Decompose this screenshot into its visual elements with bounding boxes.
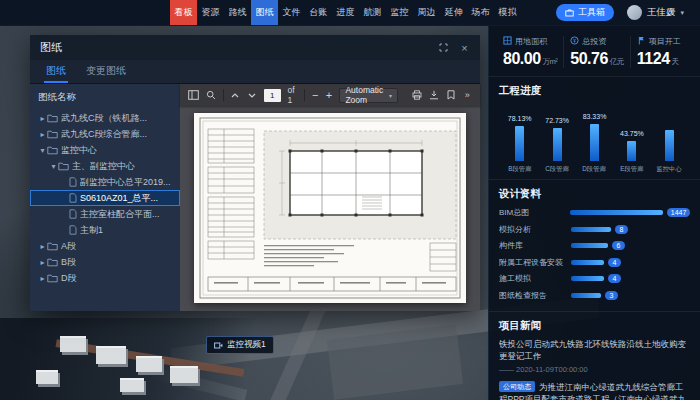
tree-item-8[interactable]: 主制1 bbox=[30, 222, 180, 238]
pdf-toolbar: of 1 − + Automatic Zoom ▾ » bbox=[180, 84, 480, 106]
toolbar-divider bbox=[223, 89, 224, 101]
building-model bbox=[170, 366, 198, 383]
bookmark-icon[interactable] bbox=[446, 88, 455, 102]
progress-bar-col-5: 监控中心 bbox=[651, 119, 688, 174]
design-doc-bar bbox=[571, 260, 604, 265]
nav-item-9[interactable]: 监控 bbox=[386, 0, 413, 25]
stat-label-text: 总投资 bbox=[582, 36, 606, 47]
design-docs-section: 设计资料 BIM总图1447模拟分析8构件库6附属工程设备安装4施工模拟4图纸检… bbox=[489, 179, 700, 311]
design-doc-count-badge: 4 bbox=[608, 274, 621, 283]
collapse-arrow-icon[interactable]: ▾ bbox=[38, 146, 47, 155]
tab-changed-drawings[interactable]: 变更图纸 bbox=[86, 64, 126, 83]
nav-menu: 看板资源路线图纸文件台账进度航测监控周边延伸场布模拟 bbox=[170, 0, 521, 25]
tree-item-7[interactable]: 主控室柱配合平面... bbox=[30, 206, 180, 222]
pdf-viewer-area: of 1 − + Automatic Zoom ▾ » bbox=[180, 84, 480, 311]
tree-item-9[interactable]: ▸A段 bbox=[30, 238, 180, 254]
nav-item-1[interactable]: 看板 bbox=[170, 0, 197, 25]
nav-item-3[interactable]: 路线 bbox=[224, 0, 251, 25]
progress-value-label: 83.33% bbox=[583, 113, 607, 122]
news-section: 项目新闻 铁投公司启动武九铁路北环线铁路沿线土地收购变更登记工作—— 2020-… bbox=[489, 311, 700, 400]
progress-bar-col-1: 78.13%B段管廊 bbox=[501, 115, 538, 174]
nav-item-10[interactable]: 周边 bbox=[413, 0, 440, 25]
camera-marker-label: 监控视频1 bbox=[227, 339, 266, 351]
tree-item-2[interactable]: ▸武九线C段综合管廊... bbox=[30, 126, 180, 142]
nav-item-4[interactable]: 图纸 bbox=[251, 0, 278, 25]
fullscreen-icon[interactable] bbox=[438, 42, 449, 53]
search-icon[interactable] bbox=[206, 88, 216, 102]
drawings-modal-title: 图纸 bbox=[40, 40, 62, 55]
print-icon[interactable] bbox=[412, 88, 422, 102]
drawings-tabs: 图纸 变更图纸 bbox=[30, 60, 480, 84]
user-menu[interactable]: 王佳媛 ▾ bbox=[627, 5, 684, 20]
tree-item-label: S0610AZ01_总平... bbox=[80, 192, 158, 205]
tree-item-4[interactable]: ▾主、副监控中心 bbox=[30, 158, 180, 174]
design-doc-row-4[interactable]: 附属工程设备安装4 bbox=[499, 257, 690, 268]
stat-value: 1124天 bbox=[637, 50, 686, 68]
news-item-2[interactable]: 公司动态为推进江南中心绿道武九线综合管廊工程PPP项目配套市政道路工程（江南中心… bbox=[499, 381, 690, 400]
building-model bbox=[96, 346, 126, 364]
close-icon[interactable]: × bbox=[459, 42, 470, 53]
progress-bar bbox=[665, 130, 674, 161]
design-doc-row-6[interactable]: 图纸检查报告3 bbox=[499, 290, 690, 301]
user-name: 王佳媛 bbox=[647, 6, 676, 19]
expand-arrow-icon[interactable]: ▸ bbox=[38, 258, 47, 267]
design-doc-row-5[interactable]: 施工模拟4 bbox=[499, 273, 690, 284]
tree-item-1[interactable]: ▸武九线C段（铁机路... bbox=[30, 110, 180, 126]
nav-item-7[interactable]: 进度 bbox=[332, 0, 359, 25]
zoom-in-icon[interactable]: + bbox=[326, 89, 333, 101]
tree-item-6[interactable]: S0610AZ01_总平... bbox=[30, 190, 180, 206]
zoom-level-select[interactable]: Automatic Zoom ▾ bbox=[339, 88, 398, 103]
design-doc-label: 构件库 bbox=[499, 240, 571, 251]
drawings-modal-header: 图纸 × bbox=[30, 35, 480, 60]
expand-arrow-icon[interactable]: ▸ bbox=[38, 114, 47, 123]
design-doc-row-2[interactable]: 模拟分析8 bbox=[499, 224, 690, 235]
tree-item-3[interactable]: ▾监控中心 bbox=[30, 142, 180, 158]
sidebar-toggle-icon[interactable] bbox=[188, 88, 199, 102]
tree-item-5[interactable]: 副监控中心总平2019... bbox=[30, 174, 180, 190]
stat-unit: 亿元 bbox=[610, 57, 624, 66]
design-doc-row-1[interactable]: BIM总图1447 bbox=[499, 207, 690, 218]
expand-arrow-icon[interactable]: ▸ bbox=[38, 130, 47, 139]
tree-item-10[interactable]: ▸B段 bbox=[30, 254, 180, 270]
news-date: —— 2020-11-09T00:00:00 bbox=[499, 365, 690, 374]
design-doc-bar bbox=[571, 243, 608, 248]
nav-item-6[interactable]: 台账 bbox=[305, 0, 332, 25]
nav-item-13[interactable]: 模拟 bbox=[494, 0, 521, 25]
news-item-1[interactable]: 铁投公司启动武九铁路北环线铁路沿线土地收购变更登记工作—— 2020-11-09… bbox=[499, 339, 690, 374]
page-down-icon[interactable] bbox=[247, 88, 256, 102]
design-doc-row-3[interactable]: 构件库6 bbox=[499, 240, 690, 251]
progress-category-label: D段管廊 bbox=[583, 165, 606, 174]
nav-item-11[interactable]: 延伸 bbox=[440, 0, 467, 25]
collapse-arrow-icon[interactable]: ▾ bbox=[49, 162, 58, 171]
more-tools-icon[interactable]: » bbox=[463, 88, 472, 102]
stat-value: 80.00万m² bbox=[503, 50, 557, 68]
pdf-viewer[interactable] bbox=[180, 106, 480, 311]
nav-item-2[interactable]: 资源 bbox=[197, 0, 224, 25]
zoom-out-icon[interactable]: − bbox=[312, 89, 319, 101]
nav-item-8[interactable]: 航测 bbox=[359, 0, 386, 25]
page-number-input[interactable] bbox=[264, 89, 281, 102]
design-doc-bar bbox=[571, 227, 611, 232]
tab-drawings[interactable]: 图纸 bbox=[46, 64, 66, 83]
expand-arrow-icon[interactable]: ▸ bbox=[38, 242, 47, 251]
nav-item-5[interactable]: 文件 bbox=[278, 0, 305, 25]
expand-arrow-icon[interactable]: ▸ bbox=[38, 274, 47, 283]
video-camera-marker[interactable]: 监控视频1 bbox=[206, 336, 274, 354]
stat-card-2: 总投资50.76亿元 bbox=[564, 36, 631, 68]
design-doc-label: 模拟分析 bbox=[499, 224, 571, 235]
nav-item-12[interactable]: 场布 bbox=[467, 0, 494, 25]
download-icon[interactable] bbox=[429, 88, 439, 102]
stat-label: 用地面积 bbox=[503, 36, 557, 47]
toolbox-label: 工具箱 bbox=[578, 6, 605, 19]
news-section-title: 项目新闻 bbox=[499, 319, 690, 333]
tree-item-label: 武九线C段（铁机路... bbox=[61, 112, 147, 125]
tree-item-label: 监控中心 bbox=[61, 144, 97, 157]
page-up-icon[interactable] bbox=[231, 88, 240, 102]
news-tag: 公司动态 bbox=[499, 381, 535, 392]
design-doc-label: 附属工程设备安装 bbox=[499, 257, 571, 268]
progress-value-label: 72.73% bbox=[545, 117, 569, 126]
toolbox-button[interactable]: 工具箱 bbox=[556, 4, 614, 21]
building-model bbox=[136, 356, 162, 372]
tree-item-11[interactable]: ▸D段 bbox=[30, 270, 180, 286]
news-text: 公司动态为推进江南中心绿道武九线综合管廊工程PPP项目配套市政道路工程（江南中心… bbox=[499, 381, 690, 400]
